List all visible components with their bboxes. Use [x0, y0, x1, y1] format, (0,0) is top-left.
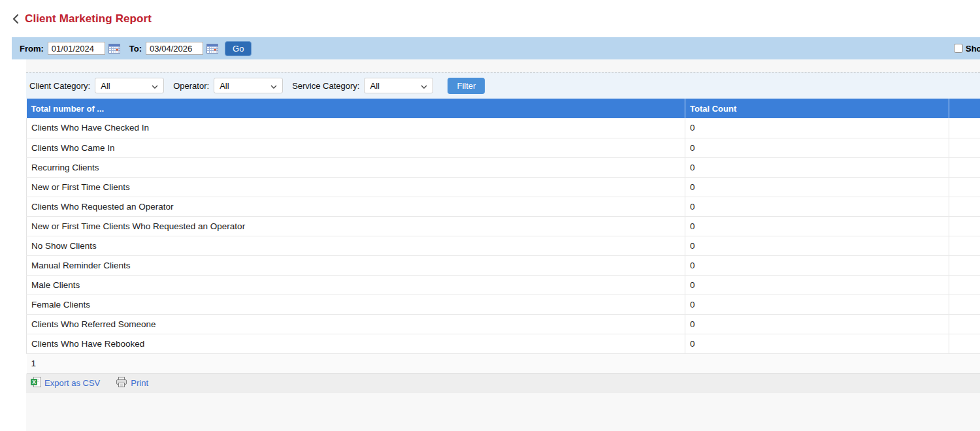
row-spacer	[949, 314, 980, 334]
row-spacer	[949, 275, 980, 295]
table-row: Manual Reminder Clients0	[27, 255, 980, 275]
client-category-select[interactable]: All	[95, 78, 164, 93]
row-label: Recurring Clients	[27, 157, 685, 177]
row-label: Male Clients	[27, 275, 685, 295]
row-label: Clients Who Came In	[27, 138, 685, 157]
row-count: 0	[685, 157, 949, 177]
row-spacer	[949, 255, 980, 275]
table-row: New or First Time Clients0	[27, 177, 980, 197]
row-count: 0	[685, 334, 949, 353]
row-spacer	[949, 295, 980, 314]
table-row: Clients Who Have Checked In0	[27, 118, 980, 138]
table-row: Female Clients0	[27, 295, 980, 314]
row-label: Clients Who Have Checked In	[27, 118, 685, 138]
table-row: Male Clients0	[27, 275, 980, 295]
from-date-input[interactable]	[48, 42, 105, 55]
operator-value: All	[220, 81, 229, 91]
row-label: Clients Who Referred Someone	[27, 314, 685, 334]
report-content: Client Category: All Operator: All Servi…	[26, 59, 980, 374]
from-label: From:	[20, 44, 44, 54]
row-spacer	[949, 197, 980, 216]
row-spacer	[949, 236, 980, 255]
chevron-down-icon	[270, 81, 277, 91]
pagination-row: 1	[27, 353, 980, 373]
row-spacer	[949, 118, 980, 138]
page-title: Client Marketing Report	[25, 12, 152, 25]
row-spacer	[949, 138, 980, 157]
row-label: New or First Time Clients	[27, 177, 685, 197]
print-label: Print	[131, 378, 148, 388]
row-label: Clients Who Requested an Operator	[27, 197, 685, 216]
filter-button[interactable]: Filter	[448, 78, 485, 94]
go-button[interactable]: Go	[225, 41, 252, 56]
to-date-input[interactable]	[146, 42, 203, 55]
gap-strip	[26, 59, 980, 72]
row-label: Clients Who Have Rebooked	[27, 334, 685, 353]
date-toolbar: From: To: Go Sho	[12, 37, 980, 59]
bottom-filler	[26, 393, 980, 431]
operator-select[interactable]: All	[214, 78, 283, 93]
operator-label: Operator:	[173, 81, 209, 91]
show-checkbox[interactable]	[954, 44, 963, 53]
column-header-total-count: Total Count	[685, 99, 949, 118]
row-label: Manual Reminder Clients	[27, 255, 685, 275]
row-count: 0	[685, 138, 949, 157]
show-checkbox-label: Sho	[966, 44, 980, 54]
row-label: No Show Clients	[27, 236, 685, 255]
table-row: Clients Who Requested an Operator0	[27, 197, 980, 216]
row-count: 0	[685, 314, 949, 334]
export-csv-label: Export as CSV	[44, 378, 100, 388]
row-count: 0	[685, 295, 949, 314]
table-row: New or First Time Clients Who Requested …	[27, 216, 980, 236]
print-link[interactable]: Print	[116, 377, 148, 389]
table-header-row: Total number of ... Total Count	[27, 99, 980, 118]
svg-text:X: X	[32, 379, 36, 385]
service-category-select[interactable]: All	[364, 78, 433, 93]
column-header-total-number: Total number of ...	[27, 99, 685, 118]
row-spacer	[949, 157, 980, 177]
to-calendar-icon[interactable]	[206, 44, 218, 54]
row-count: 0	[685, 118, 949, 138]
page-header: Client Marketing Report	[0, 0, 980, 37]
service-category-value: All	[370, 81, 379, 91]
client-category-value: All	[101, 81, 110, 91]
to-label: To:	[129, 44, 142, 54]
row-count: 0	[685, 255, 949, 275]
row-count: 0	[685, 236, 949, 255]
footer-bar: X Export as CSV Print	[26, 374, 980, 393]
filter-bar: Client Category: All Operator: All Servi…	[26, 72, 980, 99]
row-label: New or First Time Clients Who Requested …	[27, 216, 685, 236]
back-icon[interactable]	[12, 14, 19, 24]
export-csv-link[interactable]: X Export as CSV	[31, 377, 100, 389]
table-row: Recurring Clients0	[27, 157, 980, 177]
row-label: Female Clients	[27, 295, 685, 314]
report-table-body: Clients Who Have Checked In0Clients Who …	[27, 118, 980, 353]
table-row: Clients Who Referred Someone0	[27, 314, 980, 334]
row-count: 0	[685, 275, 949, 295]
excel-icon: X	[31, 377, 41, 389]
row-count: 0	[685, 177, 949, 197]
from-calendar-icon[interactable]	[108, 44, 120, 54]
report-table: Total number of ... Total Count Clients …	[26, 99, 980, 374]
chevron-down-icon	[421, 81, 427, 91]
column-header-extra	[949, 99, 980, 118]
table-row: Clients Who Have Rebooked0	[27, 334, 980, 353]
page-number[interactable]: 1	[27, 353, 980, 373]
chevron-down-icon	[152, 81, 158, 91]
row-count: 0	[685, 216, 949, 236]
client-category-label: Client Category:	[29, 81, 90, 91]
toolbar-right-group: Sho	[954, 44, 980, 54]
row-spacer	[949, 334, 980, 353]
table-row: No Show Clients0	[27, 236, 980, 255]
printer-icon	[116, 377, 127, 389]
service-category-label: Service Category:	[292, 81, 359, 91]
row-count: 0	[685, 197, 949, 216]
row-spacer	[949, 216, 980, 236]
table-row: Clients Who Came In0	[27, 138, 980, 157]
row-spacer	[949, 177, 980, 197]
